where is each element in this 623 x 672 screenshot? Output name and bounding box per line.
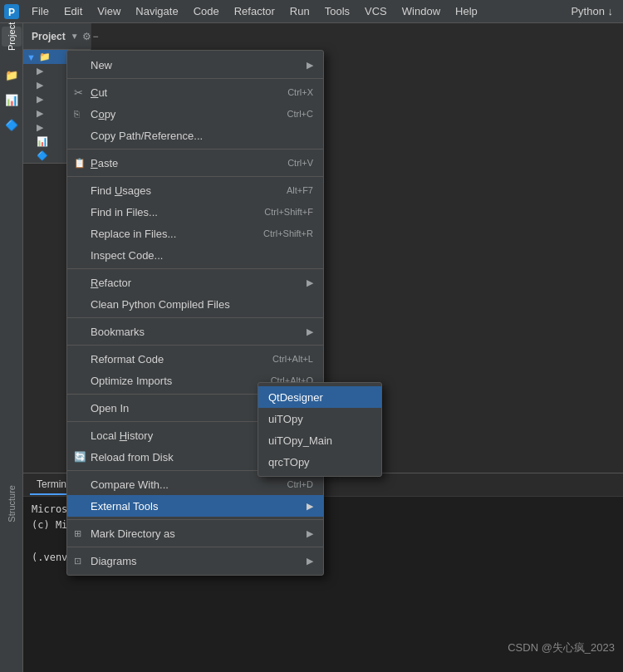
sidebar-icon-2[interactable]: 📁 — [2, 65, 22, 85]
minimize-icon[interactable]: − — [93, 31, 99, 42]
menu-refactor[interactable]: Refactor — [228, 2, 282, 20]
python-indicator: Python ↓ — [564, 2, 620, 20]
menu-item-reformat[interactable]: Reformat Code Ctrl+Alt+L — [67, 348, 323, 370]
menu-run[interactable]: Run — [283, 2, 316, 20]
arrow-icon: ▶ — [307, 60, 313, 71]
project-header: Project ▼ ⚙ − — [23, 23, 91, 50]
menu-item-find-usages[interactable]: Find Usages Alt+F7 — [67, 179, 323, 201]
diagrams-icon: ⊡ — [74, 556, 81, 567]
menu-tools[interactable]: Tools — [318, 2, 356, 20]
menu-code[interactable]: Code — [187, 2, 226, 20]
separator-3 — [67, 176, 323, 177]
arrow-icon-bookmarks: ▶ — [307, 326, 313, 337]
submenu-item-qtdesigner[interactable]: QtDesigner — [258, 386, 381, 408]
submenu-item-uitopy-main[interactable]: uiTOpy_Main — [258, 429, 381, 451]
menu-item-new[interactable]: New ▶ — [67, 54, 323, 76]
arrow-icon-mark-dir: ▶ — [307, 528, 313, 539]
separator-10 — [67, 519, 323, 520]
menu-edit[interactable]: Edit — [57, 2, 89, 20]
menu-view[interactable]: View — [91, 2, 127, 20]
svg-text:P: P — [8, 7, 15, 18]
paste-icon: 📋 — [74, 158, 86, 169]
structure-label: Structure — [7, 485, 17, 522]
project-title: Project — [32, 31, 66, 42]
menu-item-external-tools[interactable]: External Tools ▶ — [67, 495, 323, 517]
menu-bar: P File Edit View Navigate Code Refactor … — [0, 0, 623, 23]
submenu-item-uitopy[interactable]: uiTOpy — [258, 408, 381, 429]
menu-item-cut[interactable]: ✂ Cut Ctrl+X — [67, 81, 323, 103]
sidebar-project-icon[interactable]: Project — [2, 27, 22, 47]
copy-icon: ⎘ — [74, 109, 80, 119]
menu-file[interactable]: File — [25, 2, 56, 20]
watermark: CSDN @失心疯_2023 — [508, 640, 615, 655]
menu-item-bookmarks[interactable]: Bookmarks ▶ — [67, 321, 323, 342]
mark-dir-icon: ⊞ — [74, 528, 81, 539]
separator-11 — [67, 547, 323, 547]
settings-icon[interactable]: ⚙ — [82, 31, 91, 42]
separator-4 — [67, 268, 323, 269]
menu-item-copy-path[interactable]: Copy Path/Reference... — [67, 125, 323, 146]
arrow-icon-diagrams: ▶ — [307, 556, 313, 567]
menu-help[interactable]: Help — [449, 2, 484, 20]
menu-item-mark-dir[interactable]: ⊞ Mark Directory as ▶ — [67, 522, 323, 544]
menu-window[interactable]: Window — [395, 2, 447, 20]
menu-item-refactor[interactable]: Refactor ▶ — [67, 272, 323, 293]
reload-icon: 🔄 — [74, 451, 86, 463]
arrow-icon-refactor: ▶ — [307, 277, 313, 288]
sidebar: Project 📁 📊 🔷 Structure — [0, 23, 23, 672]
separator-6 — [67, 345, 323, 346]
menu-vcs[interactable]: VCS — [358, 2, 394, 20]
cut-icon: ✂ — [74, 86, 83, 99]
context-menu: New ▶ ✂ Cut Ctrl+X ⎘ Copy Ctrl+C Copy Pa… — [66, 50, 324, 576]
arrow-icon-external: ▶ — [307, 501, 313, 512]
menu-item-find-files[interactable]: Find in Files... Ctrl+Shift+F — [67, 201, 323, 223]
menu-navigate[interactable]: Navigate — [129, 2, 184, 20]
app-logo: P — [3, 3, 20, 20]
sidebar-icon-3[interactable]: 📊 — [2, 90, 22, 110]
menu-item-diagrams[interactable]: ⊡ Diagrams ▶ — [67, 550, 323, 571]
separator-5 — [67, 317, 323, 318]
menu-item-inspect[interactable]: Inspect Code... — [67, 244, 323, 266]
menu-item-clean-python[interactable]: Clean Python Compiled Files — [67, 293, 323, 315]
separator-2 — [67, 149, 323, 150]
separator-1 — [67, 78, 323, 79]
menu-item-copy[interactable]: ⎘ Copy Ctrl+C — [67, 103, 323, 125]
menu-item-paste[interactable]: 📋 Paste Ctrl+V — [67, 152, 323, 174]
menu-item-replace-files[interactable]: Replace in Files... Ctrl+Shift+R — [67, 223, 323, 244]
project-arrow[interactable]: ▼ — [71, 32, 79, 41]
sidebar-icon-4[interactable]: 🔷 — [2, 115, 22, 135]
submenu-item-qrctopy[interactable]: qrcTOpy — [258, 451, 381, 473]
external-tools-submenu: QtDesigner uiTOpy uiTOpy_Main qrcTOpy — [258, 382, 382, 477]
